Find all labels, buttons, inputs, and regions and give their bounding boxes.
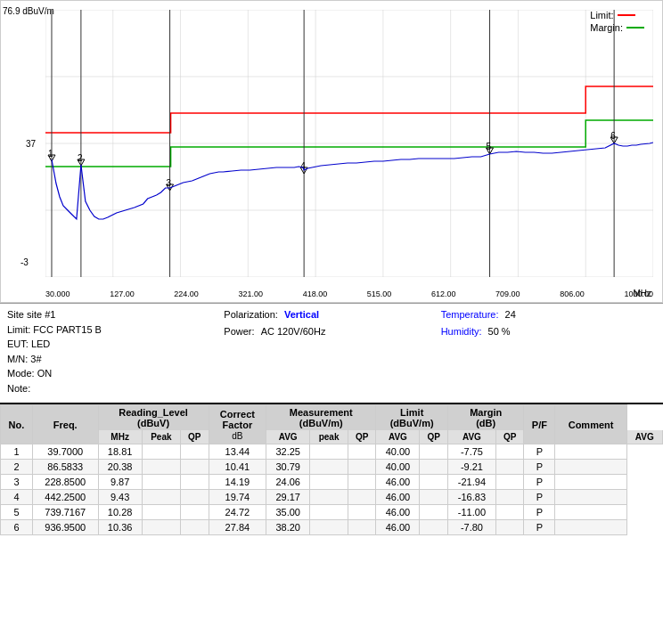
cell-peak: 18.81 <box>98 444 142 460</box>
cell-pf: P <box>524 460 555 475</box>
cell-comment <box>555 490 626 505</box>
x-label-612: 612.00 <box>431 289 456 298</box>
cell-no: 6 <box>1 520 33 535</box>
cell-margin-avg <box>495 460 523 475</box>
sub-meas-avg: AVG <box>376 430 420 444</box>
chart-svg: 1 2 3 4 5 6 <box>45 10 653 277</box>
table-body: 1 39.7000 18.81 13.44 32.25 40.00 -7.75 … <box>1 444 663 535</box>
cell-meas-qp <box>310 475 348 490</box>
table-row: 2 86.5833 20.38 10.41 30.79 40.00 -9.21 … <box>1 460 663 475</box>
cell-margin-avg <box>495 444 523 460</box>
cell-avg <box>181 490 209 505</box>
cell-freq: 936.9500 <box>32 520 98 535</box>
cell-margin-qp: -7.80 <box>447 520 495 535</box>
cell-qp <box>142 460 180 475</box>
cell-margin-qp: -11.00 <box>447 505 495 520</box>
x-axis-unit: MHz <box>633 289 651 298</box>
temperature-value: 24 <box>505 309 516 320</box>
cell-meas-qp <box>310 444 348 460</box>
sub-margin-avg: AVG <box>626 430 662 444</box>
temperature-row: Temperature: 24 <box>441 307 656 322</box>
cell-qp <box>142 520 180 535</box>
cell-margin-qp: -9.21 <box>447 460 495 475</box>
cell-meas-peak: 30.79 <box>266 460 310 475</box>
cell-no: 2 <box>1 460 33 475</box>
col-pf: P/F <box>524 405 555 444</box>
table-row: 6 936.9500 10.36 27.84 38.20 46.00 -7.80… <box>1 520 663 535</box>
cell-peak: 10.28 <box>98 505 142 520</box>
table-row: 4 442.2500 9.43 19.74 29.17 46.00 -16.83… <box>1 490 663 505</box>
cell-pf: P <box>524 505 555 520</box>
table-row: 5 739.7167 10.28 24.72 35.00 46.00 -11.0… <box>1 505 663 520</box>
x-label-127: 127.00 <box>110 289 135 298</box>
table-header-main: No. Freq. Reading_Level(dBuV) CorrectFac… <box>1 405 663 431</box>
cell-peak: 9.43 <box>98 490 142 505</box>
polarization-label: Polarization: <box>224 309 278 320</box>
chart-container: 76.9 dBuV/m 37 -3 Limit: Margin: <box>0 0 663 303</box>
data-table: No. Freq. Reading_Level(dBuV) CorrectFac… <box>0 404 663 535</box>
cell-no: 4 <box>1 490 33 505</box>
cell-margin-avg <box>495 475 523 490</box>
cell-pf: P <box>524 444 555 460</box>
sub-mhz: MHz <box>98 430 142 444</box>
cell-lim-avg <box>420 520 447 535</box>
info-mid-col: Polarization: Vertical Power: AC 120V/60… <box>224 307 438 395</box>
cell-comment <box>555 505 626 520</box>
cell-lim-qp: 46.00 <box>376 505 420 520</box>
cell-lim-avg <box>420 475 447 490</box>
cell-meas-qp <box>310 490 348 505</box>
col-comment: Comment <box>555 405 626 444</box>
cell-meas-peak: 38.20 <box>266 520 310 535</box>
y-axis-mid-label: 37 <box>26 139 36 149</box>
cell-meas-qp <box>310 505 348 520</box>
info-right-col: Temperature: 24 Humidity: 50 % <box>441 307 656 395</box>
humidity-value: 50 % <box>488 326 511 337</box>
cell-margin-qp: -16.83 <box>447 490 495 505</box>
cell-lim-avg <box>420 490 447 505</box>
sub-lim-qp: QP <box>420 430 447 444</box>
cell-lim-qp: 46.00 <box>376 490 420 505</box>
info-section: Site site #1 Limit: FCC PART15 B EUT: LE… <box>0 303 663 399</box>
col-reading: Reading_Level(dBuV) <box>98 405 209 431</box>
col-no: No. <box>1 405 33 444</box>
note-info: Note: <box>7 381 222 396</box>
mn-info: M/N: 3# <box>7 352 222 367</box>
x-label-806: 806.00 <box>560 289 585 298</box>
cell-comment <box>555 460 626 475</box>
cell-lim-qp: 46.00 <box>376 475 420 490</box>
x-label-515: 515.00 <box>367 289 392 298</box>
col-measurement: Measurement(dBuV/m) <box>266 405 376 431</box>
cell-cf: 10.41 <box>209 460 266 475</box>
cell-qp <box>142 475 180 490</box>
x-label-30: 30.000 <box>45 289 70 298</box>
sub-meas-qp: QP <box>348 430 375 444</box>
cell-comment <box>555 475 626 490</box>
cell-meas-peak: 32.25 <box>266 444 310 460</box>
col-limit: Limit(dBuV/m) <box>376 405 448 431</box>
cell-margin-avg <box>495 505 523 520</box>
cell-meas-avg <box>348 444 375 460</box>
cell-comment <box>555 444 626 460</box>
cell-freq: 228.8500 <box>32 475 98 490</box>
limit-info: Limit: FCC PART15 B <box>7 322 222 338</box>
cell-cf: 14.19 <box>209 475 266 490</box>
cell-comment <box>555 520 626 535</box>
cell-margin-avg <box>495 520 523 535</box>
cell-qp <box>142 444 180 460</box>
cell-pf: P <box>524 475 555 490</box>
polarization-value: Vertical <box>284 309 319 320</box>
sub-avg: AVG <box>266 430 310 444</box>
cell-meas-avg <box>348 490 375 505</box>
cell-qp <box>142 505 180 520</box>
cell-meas-avg <box>348 520 375 535</box>
cell-lim-qp: 46.00 <box>376 520 420 535</box>
humidity-label: Humidity: <box>441 326 482 337</box>
cell-margin-avg <box>495 490 523 505</box>
sub-meas-peak: peak <box>310 430 348 444</box>
temperature-label: Temperature: <box>441 309 499 320</box>
cell-lim-avg <box>420 460 447 475</box>
cell-lim-avg <box>420 505 447 520</box>
x-axis-labels: 30.000 127.00 224.00 321.00 418.00 515.0… <box>45 289 653 298</box>
cell-meas-avg <box>348 505 375 520</box>
cell-cf: 27.84 <box>209 520 266 535</box>
